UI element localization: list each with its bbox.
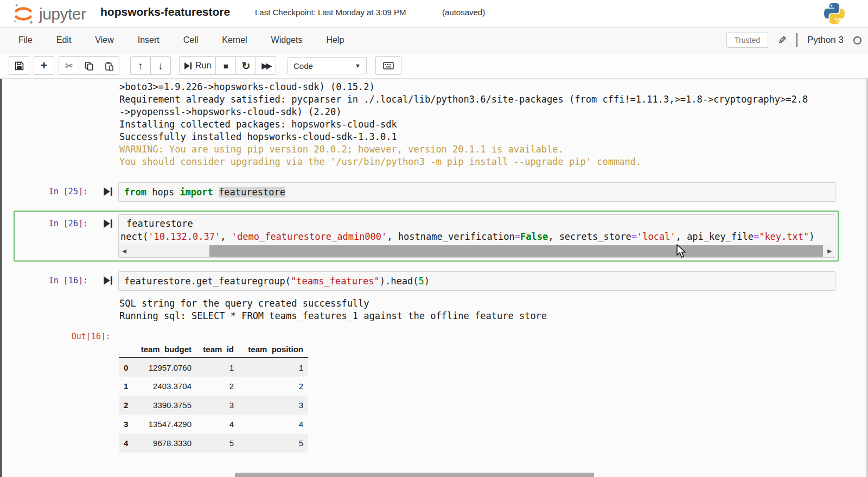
cell26-code-line-1: featurestore	[119, 215, 835, 230]
code-token: False	[520, 231, 548, 242]
code-token: "teams_features"	[291, 276, 380, 287]
code-token: )	[424, 276, 430, 287]
cell25-run-icon[interactable]	[103, 187, 113, 196]
output-line: SQL string for the query created success…	[119, 297, 547, 310]
command-palette-icon	[383, 62, 394, 69]
cell-type-dropdown[interactable]: Code ▼	[288, 57, 367, 74]
cell25-code-area[interactable]: from hops import featurestore	[118, 182, 835, 202]
save-button[interactable]	[9, 56, 29, 75]
pip-output: >boto3>=1.9.226->hopsworks-cloud-sdk) (0…	[119, 81, 808, 168]
code-token: =	[631, 231, 637, 242]
row-index: 2	[119, 396, 136, 415]
next-cell-edge	[235, 473, 594, 477]
horizontal-scrollbar[interactable]: ◀ ▶	[119, 245, 834, 257]
row-index: 4	[119, 434, 136, 453]
cell26-run-icon[interactable]	[103, 219, 113, 228]
table-row: 23390.375533	[119, 396, 308, 415]
table-cell: 2	[196, 377, 239, 396]
row-index: 3	[119, 415, 136, 434]
output-line: WARNING: You are using pip version 20.0.…	[119, 143, 808, 156]
table-cell: 5	[196, 434, 239, 453]
menu-edit[interactable]: Edit	[56, 35, 72, 45]
move-cell-down-button[interactable]: ↓	[150, 56, 171, 75]
code-token: "key.txt"	[759, 231, 809, 242]
cell16-code-area[interactable]: featurestore.get_featuregroup("teams_fea…	[118, 271, 835, 291]
dataframe-index-header	[119, 343, 136, 358]
menu-widgets[interactable]: Widgets	[271, 35, 303, 45]
code-token: from	[124, 187, 146, 198]
menu-cell[interactable]: Cell	[183, 35, 199, 45]
cell26-code-line-2: nect('10.132.0.37', 'demo_featurestore_a…	[119, 230, 835, 243]
scrollbar-right-arrow[interactable]: ▶	[825, 245, 834, 257]
cell16-run-icon[interactable]	[103, 276, 113, 285]
command-palette-button[interactable]	[375, 56, 401, 75]
menubar-right: Trusted ✎ Python 3	[726, 28, 861, 53]
code-token: 'demo_featurestore_admin000'	[232, 231, 387, 242]
code-token: , hostname_verification	[387, 231, 514, 242]
move-cell-up-button[interactable]: ↑	[130, 56, 151, 75]
restart-kernel-button[interactable]: ↻	[235, 56, 256, 75]
table-cell: 4	[239, 415, 308, 434]
cut-cell-button[interactable]: ✂	[59, 56, 79, 75]
cell26-code-area[interactable]: featurestore nect('10.132.0.37', 'demo_f…	[118, 214, 835, 258]
output-line: Installing collected packages: hopsworks…	[119, 118, 808, 131]
table-cell: 13547.4290	[136, 415, 196, 434]
code-token: nect(	[120, 231, 148, 242]
output-line: You should consider upgrading via the '/…	[119, 156, 808, 168]
jupyter-logo-text: jupyter	[39, 5, 86, 23]
output-line: >boto3>=1.9.226->hopsworks-cloud-sdk) (0…	[119, 81, 808, 93]
header: jupyter hopsworks-featurestore Last Chec…	[0, 0, 868, 27]
autosave-status: (autosaved)	[442, 8, 485, 17]
row-index: 0	[119, 358, 136, 377]
menu-items: FileEditViewInsertCellKernelWidgetsHelp	[18, 28, 344, 53]
menu-view[interactable]: View	[95, 35, 113, 45]
toolbar: + ✂ ↑ ↓	[0, 53, 868, 79]
code-token: featurestore	[126, 218, 193, 229]
scrollbar-track[interactable]	[129, 245, 825, 257]
restart-kernel-icon: ↻	[241, 61, 250, 71]
move-down-icon: ↓	[158, 61, 163, 71]
table-row: 012957.076011	[119, 358, 308, 377]
cell16-code-line: featurestore.get_featuregroup("teams_fea…	[119, 272, 835, 288]
cell16-stdout: SQL string for the query created success…	[119, 297, 547, 322]
scrollbar-thumb[interactable]	[209, 245, 823, 257]
dataframe-column-header: team_position	[239, 343, 308, 358]
cell25-code-line: from hops import featurestore	[119, 183, 835, 199]
dataframe-table: team_budgetteam_idteam_position 012957.0…	[119, 343, 308, 453]
menu-help[interactable]: Help	[326, 35, 344, 45]
cell25-prompt: In [25]:	[12, 187, 88, 196]
menu-insert[interactable]: Insert	[138, 35, 159, 45]
table-cell: 5	[239, 434, 308, 453]
notebook-title[interactable]: hopsworks-featurestore	[100, 5, 230, 18]
restart-run-all-button[interactable]: ▶▶	[256, 56, 276, 75]
cell-type-value: Code	[293, 61, 355, 71]
code-token: )	[809, 231, 814, 242]
paste-icon	[105, 61, 113, 71]
table-row: 313547.429044	[119, 415, 308, 434]
run-button[interactable]: Run	[179, 56, 216, 75]
table-cell: 2	[239, 377, 308, 396]
kernel-name: Python 3	[807, 35, 844, 46]
table-cell: 1	[239, 358, 308, 377]
output-line: ->pyopenssl->hopsworks-cloud-sdk) (2.20)	[119, 106, 808, 118]
paste-cell-button[interactable]	[99, 56, 119, 75]
jupyter-notebook-app: jupyter hopsworks-featurestore Last Chec…	[0, 0, 868, 477]
menu-kernel[interactable]: Kernel	[222, 35, 247, 45]
edit-pencil-icon[interactable]: ✎	[778, 34, 787, 47]
python-logo-icon	[822, 2, 846, 28]
code-token: 5	[418, 276, 424, 287]
interrupt-kernel-button[interactable]: ■	[215, 56, 236, 75]
table-cell: 3	[196, 396, 239, 415]
add-cell-button[interactable]: +	[34, 56, 54, 75]
menu-file[interactable]: File	[18, 35, 33, 45]
scrollbar-left-arrow[interactable]: ◀	[119, 245, 129, 257]
menubar: FileEditViewInsertCellKernelWidgetsHelp …	[0, 27, 868, 53]
run-button-label: Run	[195, 61, 211, 71]
move-up-icon: ↑	[138, 61, 143, 71]
cut-icon: ✂	[65, 61, 73, 71]
trusted-badge[interactable]: Trusted	[726, 33, 768, 48]
copy-cell-button[interactable]	[79, 56, 99, 75]
code-token: , api_key_file	[676, 231, 754, 242]
code-token: 'local'	[637, 231, 676, 242]
jupyter-logo[interactable]: jupyter	[12, 3, 86, 26]
